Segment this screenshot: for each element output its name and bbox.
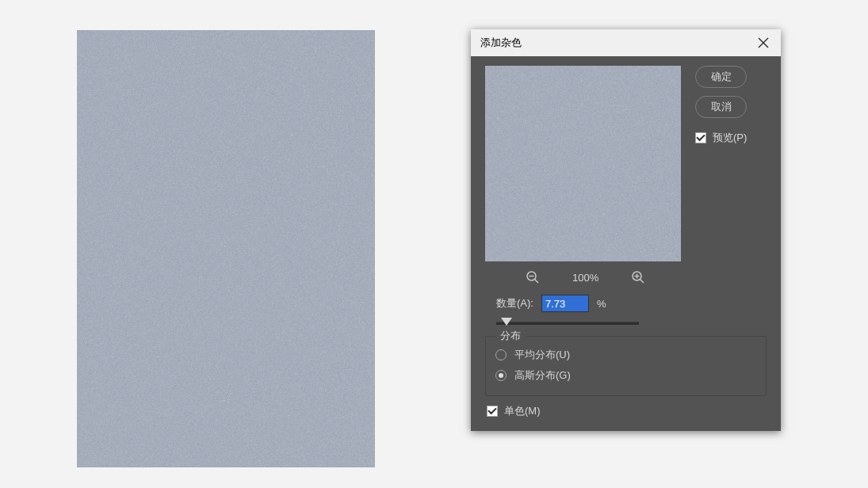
radio-uniform-label: 平均分布(U) [514,348,570,362]
preview-checkbox-row[interactable]: 预览(P) [695,131,747,145]
svg-line-7 [535,280,539,284]
zoom-out-button[interactable] [525,269,541,285]
zoom-controls: 100% [485,261,767,292]
add-noise-dialog: 添加杂色 确定 取消 预览(P) 100% [471,29,781,431]
zoom-in-button[interactable] [630,269,646,285]
radio-gaussian-input[interactable] [495,370,507,381]
cancel-button[interactable]: 取消 [695,96,747,118]
close-icon [758,37,769,48]
close-button[interactable] [755,35,771,51]
slider-thumb[interactable] [501,318,512,326]
svg-line-10 [640,280,644,284]
monochrome-row[interactable]: 单色(M) [485,404,767,418]
radio-uniform[interactable]: 平均分布(U) [495,345,756,365]
dialog-title: 添加杂色 [480,36,522,50]
ok-button[interactable]: 确定 [695,66,747,88]
amount-input[interactable] [541,295,589,312]
radio-gaussian[interactable]: 高斯分布(G) [495,365,756,386]
effect-preview[interactable] [485,66,681,261]
zoom-in-icon [631,270,645,284]
radio-gaussian-label: 高斯分布(G) [514,368,571,383]
dialog-body: 确定 取消 预览(P) 100% 数量(A): % [471,56,781,431]
preview-label: 预览(P) [713,131,747,145]
amount-label: 数量(A): [496,296,533,311]
svg-rect-5 [485,66,681,261]
amount-unit: % [597,298,606,310]
dialog-titlebar[interactable]: 添加杂色 [471,29,781,56]
monochrome-checkbox[interactable] [487,406,498,417]
radio-uniform-input[interactable] [495,349,507,360]
amount-slider[interactable] [496,322,639,325]
amount-row: 数量(A): % [485,292,767,315]
svg-rect-1 [77,30,375,467]
distribution-legend: 分布 [495,329,526,343]
canvas-noise-preview [77,30,375,467]
zoom-out-icon [526,270,540,284]
preview-checkbox[interactable] [695,132,706,143]
monochrome-label: 单色(M) [504,404,541,418]
zoom-level: 100% [572,272,598,284]
distribution-group: 分布 平均分布(U) 高斯分布(G) [485,336,767,396]
